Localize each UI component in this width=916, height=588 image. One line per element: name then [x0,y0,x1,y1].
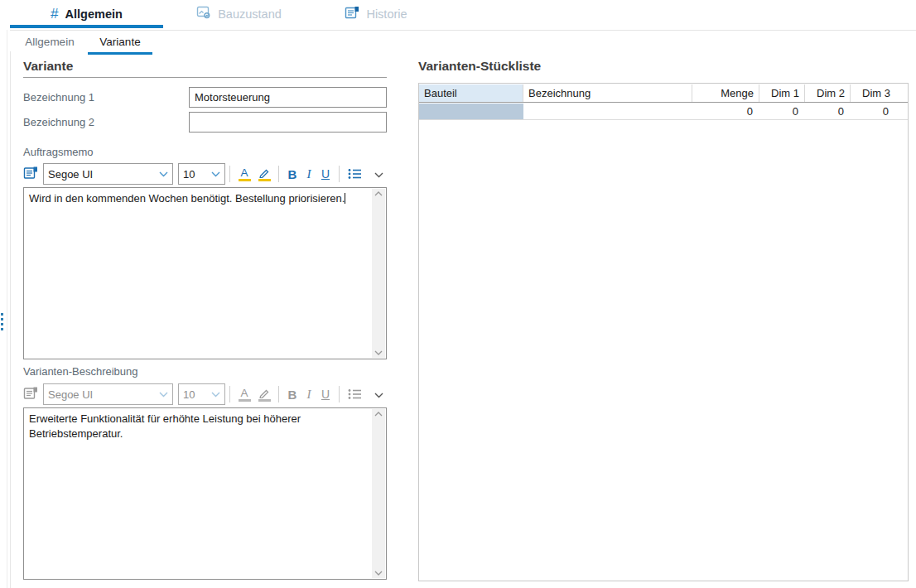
underline-button[interactable]: U [316,163,335,185]
beschreibung-textarea[interactable]: Erweiterte Funktionalität für erhöhte Le… [23,407,387,580]
color-bar [239,399,251,402]
left-gutter-line [7,30,7,588]
font-size-select[interactable]: 10 [178,163,225,185]
bezeichnung2-label: Bezeichnung 2 [23,116,94,128]
toolbar-more-button[interactable] [374,387,383,402]
bold-button[interactable]: B [283,163,301,185]
splitter-handle[interactable] [1,313,6,330]
toolbar-separator [229,386,230,402]
scroll-up-icon [374,191,383,196]
column-header-dim2[interactable]: Dim 2 [805,84,851,102]
scroll-down-icon [374,350,383,355]
memo-text: Wird in den kommenden Wochen benötigt. B… [29,192,345,205]
main-tab-bar: # Allgemein Bauzustand Historie [0,0,916,28]
chevron-down-icon [211,392,220,398]
beschreibung-toolbar: Segoe UI 10 A B I U [23,382,387,407]
text-cursor [345,193,345,204]
bullet-list-button[interactable] [344,383,365,405]
memo-toolbar: Segoe UI 10 A B I U [23,161,387,186]
chevron-down-icon [159,392,168,398]
column-header-dim3[interactable]: Dim 3 [851,84,895,102]
section-divider [23,77,387,78]
cell-dim2[interactable]: 0 [805,104,851,119]
font-size-select[interactable]: 10 [178,383,225,405]
scroll-up-icon [374,412,383,417]
list-icon [348,168,362,180]
main-tab-label: Historie [366,7,407,21]
variante-section-title: Variante [23,59,73,74]
table-row[interactable]: 0 0 0 0 [419,104,908,120]
chevron-down-icon [211,171,220,177]
font-family-value: Segoe UI [48,168,159,181]
column-header-dim1[interactable]: Dim 1 [759,84,805,102]
bauzustand-icon [196,6,211,22]
sub-tab-allgemein[interactable]: Allgemein [15,31,84,52]
memo-icon [23,166,38,183]
sub-tab-variante[interactable]: Variante [88,31,152,52]
pencil-icon [258,388,270,398]
bezeichnung1-label: Bezeichnung 1 [23,91,94,104]
bom-title: Varianten-Stückliste [418,59,541,74]
auftragsmemo-textarea[interactable]: Wird in den kommenden Wochen benötigt. B… [23,187,387,359]
bold-button[interactable]: B [283,383,301,405]
cell-menge[interactable]: 0 [692,104,759,119]
font-family-select[interactable]: Segoe UI [43,163,173,185]
active-tab-underline [10,25,163,28]
bezeichnung2-input[interactable] [189,112,387,133]
column-header-bauteil[interactable]: Bauteil [419,84,523,102]
beschreibung-text: Erweiterte Funktionalität für erhöhte Le… [29,412,301,440]
highlight-bar [258,179,271,181]
active-subtab-underline [88,52,152,55]
main-tab-historie[interactable]: Historie [330,0,422,28]
panel-left-border [10,51,11,588]
main-tab-allgemein[interactable]: # Allgemein [10,0,163,28]
memo-icon [23,386,38,403]
main-tab-label: Bauzustand [218,7,282,21]
italic-button[interactable]: I [301,163,316,185]
list-icon [348,388,362,400]
cell-dim3[interactable]: 0 [851,104,895,119]
toolbar-separator [339,166,340,182]
scrollbar[interactable] [372,189,385,358]
font-color-button[interactable]: A [234,163,254,185]
sub-tab-label: Allgemein [25,36,74,48]
highlight-button[interactable] [254,383,274,405]
cell-bezeichnung[interactable] [523,104,692,119]
scroll-down-icon [374,571,383,576]
historie-icon [345,6,359,22]
chevron-down-icon [159,171,168,177]
underline-button[interactable]: U [316,383,335,405]
main-tab-label: Allgemein [65,7,123,21]
toolbar-separator [339,386,340,402]
color-bar [239,179,251,181]
column-header-menge[interactable]: Menge [692,84,759,102]
toolbar-more-button[interactable] [374,166,383,181]
chevron-down-icon [374,172,383,178]
toolbar-separator [278,166,279,182]
highlight-button[interactable] [254,163,274,185]
font-family-value: Segoe UI [48,388,159,401]
pencil-icon [258,167,270,178]
bullet-list-button[interactable] [344,163,365,185]
sub-tab-label: Variante [99,36,140,48]
font-size-value: 10 [183,388,211,401]
sub-tab-bar: Allgemein Variante [10,30,916,51]
bom-table-panel: Bauteil Bezeichnung Menge Dim 1 Dim 2 Di… [418,83,909,581]
cell-bauteil[interactable] [419,104,523,119]
italic-button[interactable]: I [301,383,316,405]
auftragsmemo-label: Auftragsmemo [23,146,94,158]
font-family-select[interactable]: Segoe UI [43,383,173,405]
column-header-bezeichnung[interactable]: Bezeichnung [523,84,692,102]
font-color-button[interactable]: A [234,383,254,405]
highlight-bar [258,399,271,402]
toolbar-separator [229,166,230,182]
bom-header-row: Bauteil Bezeichnung Menge Dim 1 Dim 2 Di… [419,84,908,103]
scrollbar[interactable] [372,409,385,578]
main-tab-bauzustand[interactable]: Bauzustand [179,0,299,28]
chevron-down-icon [374,393,383,398]
hash-icon: # [51,6,58,22]
cell-dim1[interactable]: 0 [759,104,805,119]
font-size-value: 10 [183,168,211,181]
toolbar-separator [278,386,279,402]
bezeichnung1-input[interactable] [189,87,387,108]
